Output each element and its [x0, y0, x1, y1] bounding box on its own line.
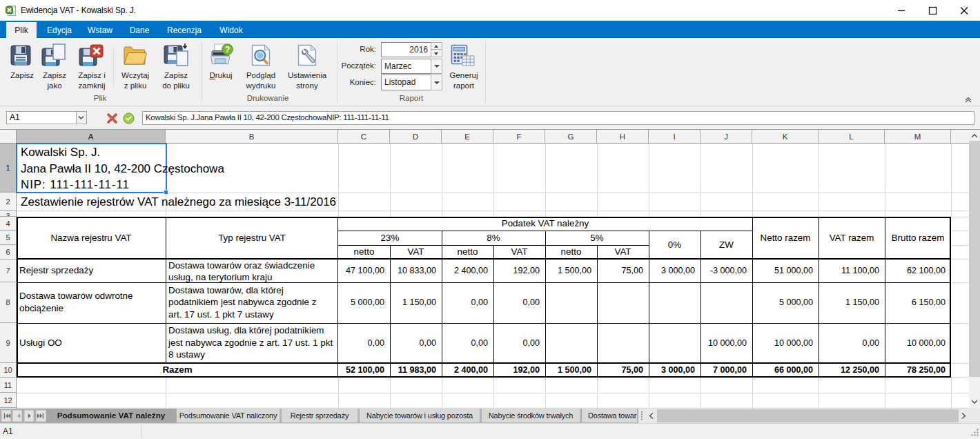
svg-text:?: ?	[225, 45, 231, 55]
